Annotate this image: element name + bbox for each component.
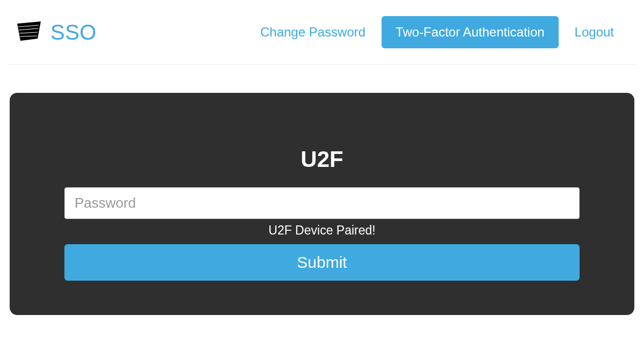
- submit-button[interactable]: Submit: [64, 244, 580, 281]
- nav-two-factor[interactable]: Two-Factor Authentication: [382, 16, 558, 48]
- device-status: U2F Device Paired!: [64, 223, 580, 238]
- panel-container: U2F U2F Device Paired! Submit: [0, 65, 644, 315]
- u2f-panel: U2F U2F Device Paired! Submit: [10, 93, 634, 315]
- brand: SSO: [16, 20, 97, 45]
- header: SSO Change Password Two-Factor Authentic…: [0, 0, 644, 59]
- password-input[interactable]: [64, 187, 580, 219]
- nav: Change Password Two-Factor Authenticatio…: [246, 16, 628, 48]
- nav-logout[interactable]: Logout: [561, 16, 628, 48]
- panel-title: U2F: [64, 147, 580, 172]
- logo-icon: [16, 21, 42, 43]
- nav-change-password[interactable]: Change Password: [246, 16, 379, 48]
- brand-title: SSO: [50, 20, 97, 45]
